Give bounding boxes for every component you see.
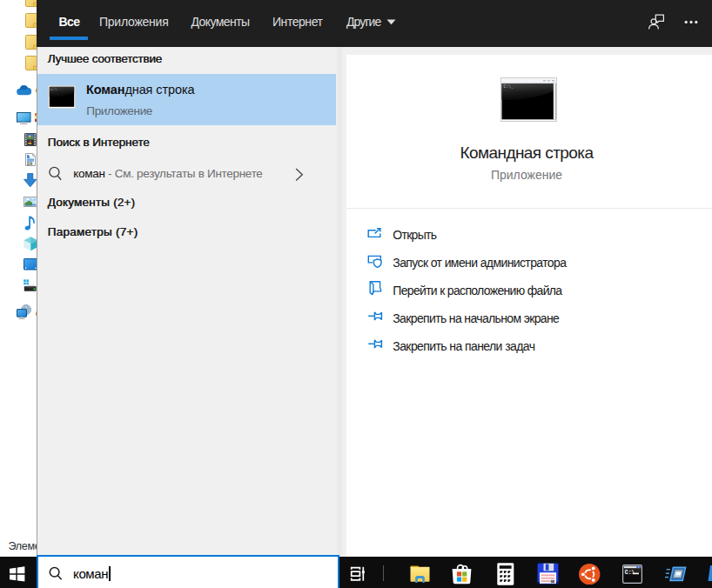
svg-text:C:\_: C:\_ <box>504 84 514 89</box>
svg-text:C:\: C:\ <box>624 569 635 575</box>
svg-text:C:\: C:\ <box>50 88 57 91</box>
